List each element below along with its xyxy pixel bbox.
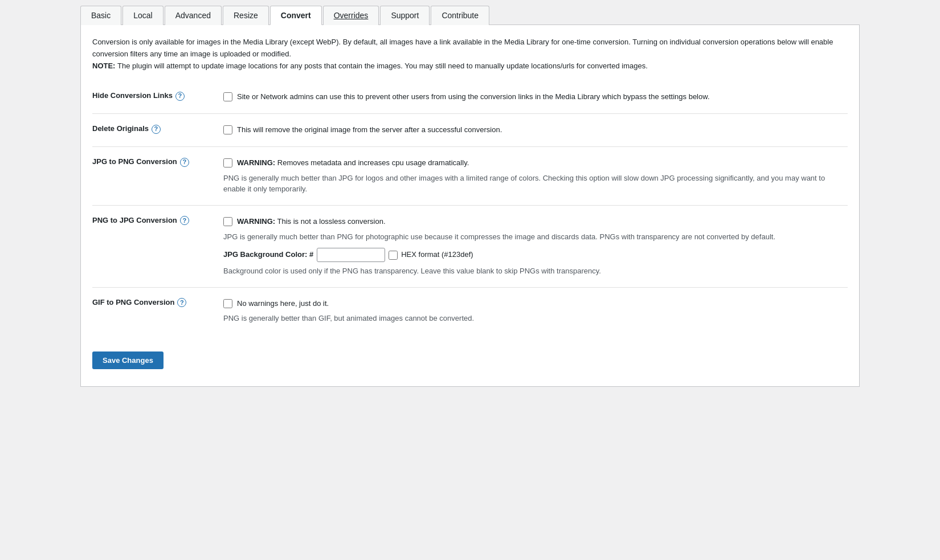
checkbox-delete-originals[interactable] <box>223 125 232 134</box>
checkbox-desc-png-to-jpg: WARNING: This is not a lossless conversi… <box>237 216 386 228</box>
label-cell-gif-to-png: GIF to PNG Conversion? <box>92 287 223 334</box>
tab-support[interactable]: Support <box>380 6 430 25</box>
setting-row-gif-to-png: GIF to PNG Conversion?No warnings here, … <box>92 287 848 334</box>
value-cell-jpg-to-png: WARNING: Removes metadata and increases … <box>223 146 848 205</box>
checkbox-label-jpg-to-png[interactable]: WARNING: Removes metadata and increases … <box>223 157 842 169</box>
warning-label-png-to-jpg: WARNING: <box>237 217 275 226</box>
label-cell-delete-originals: Delete Originals? <box>92 114 223 147</box>
intro-line2-text: The plugin will attempt to update image … <box>117 62 648 70</box>
checkbox-label-hide-conversion-links[interactable]: Site or Network admins can use this to p… <box>223 91 842 103</box>
setting-label-png-to-jpg: PNG to JPG Conversion <box>92 216 177 224</box>
bg-color-label: JPG Background Color: # <box>223 249 313 261</box>
value-cell-png-to-jpg: WARNING: This is not a lossless conversi… <box>223 205 848 287</box>
save-button[interactable]: Save Changes <box>92 351 164 369</box>
extra-para-png-to-jpg: JPG is generally much better than PNG fo… <box>223 231 842 243</box>
checkbox-desc-delete-originals: This will remove the original image from… <box>237 124 502 136</box>
value-cell-hide-conversion-links: Site or Network admins can use this to p… <box>223 81 848 113</box>
help-icon-png-to-jpg[interactable]: ? <box>180 216 189 225</box>
tab-resize[interactable]: Resize <box>223 6 269 25</box>
checkbox-hide-conversion-links[interactable] <box>223 92 232 101</box>
checkbox-png-to-jpg[interactable] <box>223 217 232 226</box>
help-icon-gif-to-png[interactable]: ? <box>177 298 186 307</box>
setting-row-hide-conversion-links: Hide Conversion Links?Site or Network ad… <box>92 81 848 113</box>
help-icon-delete-originals[interactable]: ? <box>152 125 161 134</box>
note-label: NOTE: <box>92 62 117 70</box>
tab-local[interactable]: Local <box>122 6 163 25</box>
warning-label-jpg-to-png: WARNING: <box>237 158 275 167</box>
value-cell-delete-originals: This will remove the original image from… <box>223 114 848 147</box>
settings-table: Hide Conversion Links?Site or Network ad… <box>92 81 848 334</box>
label-cell-png-to-jpg: PNG to JPG Conversion? <box>92 205 223 287</box>
checkbox-jpg-to-png[interactable] <box>223 158 232 167</box>
tab-overrides[interactable]: Overrides <box>323 6 379 25</box>
checkbox-label-gif-to-png[interactable]: No warnings here, just do it. <box>223 298 842 310</box>
setting-row-png-to-jpg: PNG to JPG Conversion?WARNING: This is n… <box>92 205 848 287</box>
label-cell-jpg-to-png: JPG to PNG Conversion? <box>92 146 223 205</box>
setting-label-gif-to-png: GIF to PNG Conversion <box>92 298 174 306</box>
setting-label-jpg-to-png: JPG to PNG Conversion <box>92 157 177 166</box>
tab-basic[interactable]: Basic <box>80 6 121 25</box>
checkbox-desc-jpg-to-png: WARNING: Removes metadata and increases … <box>237 157 469 169</box>
setting-label-hide-conversion-links: Hide Conversion Links <box>92 91 173 100</box>
bg-color-input[interactable] <box>317 248 385 262</box>
checkbox-label-delete-originals[interactable]: This will remove the original image from… <box>223 124 842 136</box>
setting-label-delete-originals: Delete Originals <box>92 124 149 133</box>
extra-para-jpg-to-png: PNG is generally much better than JPG fo… <box>223 173 842 195</box>
tab-contribute[interactable]: Contribute <box>431 6 489 25</box>
hex-format-label: HEX format (#123def) <box>401 249 473 261</box>
bg-color-row: JPG Background Color: #HEX format (#123d… <box>223 248 842 262</box>
help-icon-hide-conversion-links[interactable]: ? <box>175 92 185 101</box>
intro-line1: Conversion is only available for images … <box>92 36 848 60</box>
help-icon-jpg-to-png[interactable]: ? <box>180 158 189 167</box>
bg-note: Background color is used only if the PNG… <box>223 265 842 277</box>
setting-row-delete-originals: Delete Originals?This will remove the or… <box>92 114 848 147</box>
checkbox-gif-to-png[interactable] <box>223 299 232 308</box>
tabs-nav: BasicLocalAdvancedResizeConvertOverrides… <box>80 6 860 25</box>
hex-format-checkbox[interactable] <box>389 251 398 260</box>
value-cell-gif-to-png: No warnings here, just do it.PNG is gene… <box>223 287 848 334</box>
checkbox-label-png-to-jpg[interactable]: WARNING: This is not a lossless conversi… <box>223 216 842 228</box>
intro-text: Conversion is only available for images … <box>92 36 848 72</box>
checkbox-desc-hide-conversion-links: Site or Network admins can use this to p… <box>237 91 710 103</box>
intro-line2: NOTE: The plugin will attempt to update … <box>92 60 848 72</box>
label-cell-hide-conversion-links: Hide Conversion Links? <box>92 81 223 113</box>
setting-row-jpg-to-png: JPG to PNG Conversion?WARNING: Removes m… <box>92 146 848 205</box>
extra-para-gif-to-png: PNG is generally better than GIF, but an… <box>223 313 842 324</box>
content-area: Conversion is only available for images … <box>80 25 860 387</box>
tab-convert[interactable]: Convert <box>270 6 322 25</box>
tab-advanced[interactable]: Advanced <box>165 6 222 25</box>
checkbox-desc-gif-to-png: No warnings here, just do it. <box>237 298 329 310</box>
